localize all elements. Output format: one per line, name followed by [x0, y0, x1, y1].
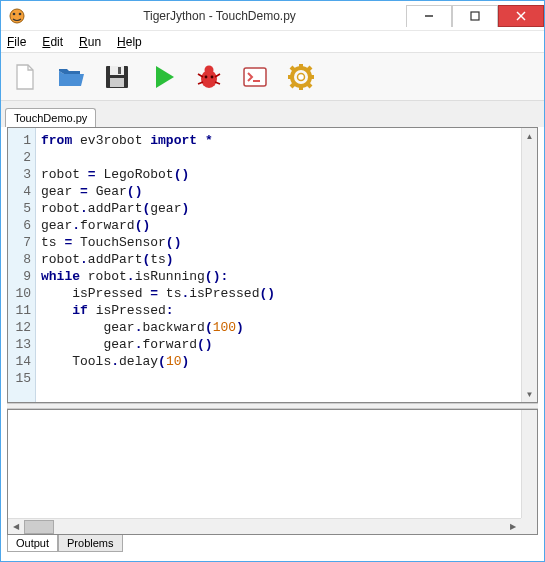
svg-point-18 — [211, 75, 214, 78]
run-button[interactable] — [145, 59, 181, 95]
menu-file[interactable]: File — [7, 35, 34, 49]
tab-problems[interactable]: Problems — [58, 535, 122, 552]
svg-rect-9 — [118, 67, 121, 74]
bug-icon — [194, 62, 224, 92]
line-gutter: 123456789101112131415 — [8, 128, 36, 402]
svg-point-1 — [13, 12, 16, 15]
menu-help[interactable]: Help — [117, 35, 150, 49]
gear-icon — [286, 62, 316, 92]
scroll-corner — [521, 518, 537, 534]
output-area[interactable]: ◀ ▶ — [7, 409, 538, 535]
svg-point-2 — [19, 12, 22, 15]
app-window: TigerJython - TouchDemo.py File Edit Run… — [0, 0, 545, 562]
svg-point-17 — [205, 75, 208, 78]
svg-line-30 — [291, 84, 294, 87]
settings-button[interactable] — [283, 59, 319, 95]
bottom-tab-bar: Output Problems — [7, 535, 538, 557]
close-button[interactable] — [498, 5, 544, 27]
code-editor[interactable]: 123456789101112131415 from ev3robot impo… — [7, 127, 538, 403]
scroll-left-icon[interactable]: ◀ — [8, 519, 24, 535]
svg-line-28 — [308, 84, 311, 87]
svg-rect-4 — [471, 12, 479, 20]
svg-rect-10 — [110, 78, 124, 87]
titlebar: TigerJython - TouchDemo.py — [1, 1, 544, 31]
minimize-button[interactable] — [406, 5, 452, 27]
svg-rect-19 — [244, 68, 266, 86]
file-tab-bar: TouchDemo.py — [1, 101, 544, 127]
svg-point-22 — [298, 73, 305, 80]
save-icon — [102, 62, 132, 92]
menu-edit[interactable]: Edit — [42, 35, 71, 49]
menu-bar: File Edit Run Help — [1, 31, 544, 53]
window-title: TigerJython - TouchDemo.py — [33, 9, 406, 23]
file-tab[interactable]: TouchDemo.py — [5, 108, 96, 127]
scroll-down-icon[interactable]: ▼ — [522, 386, 537, 402]
output-vscrollbar[interactable] — [521, 410, 537, 518]
new-file-button[interactable] — [7, 59, 43, 95]
scroll-up-icon[interactable]: ▲ — [522, 128, 537, 144]
editor-scrollbar[interactable]: ▲ ▼ — [521, 128, 537, 402]
menu-run[interactable]: Run — [79, 35, 109, 49]
tab-output[interactable]: Output — [7, 535, 58, 552]
svg-rect-8 — [110, 66, 124, 75]
maximize-button[interactable] — [452, 5, 498, 27]
output-hscrollbar[interactable]: ◀ ▶ — [8, 518, 521, 534]
output-panel: ◀ ▶ Output Problems — [7, 409, 538, 557]
save-button[interactable] — [99, 59, 135, 95]
code-area[interactable]: from ev3robot import * robot = LegoRobot… — [36, 128, 521, 402]
play-icon — [148, 62, 178, 92]
scroll-right-icon[interactable]: ▶ — [505, 519, 521, 535]
toolbar — [1, 53, 544, 101]
scroll-thumb[interactable] — [24, 520, 54, 534]
new-file-icon — [10, 62, 40, 92]
app-icon — [7, 6, 27, 26]
open-folder-icon — [56, 62, 86, 92]
svg-line-29 — [308, 67, 311, 70]
svg-line-27 — [291, 67, 294, 70]
footer — [1, 557, 544, 561]
terminal-button[interactable] — [237, 59, 273, 95]
debug-button[interactable] — [191, 59, 227, 95]
terminal-icon — [240, 62, 270, 92]
svg-point-12 — [205, 65, 214, 74]
window-controls — [406, 5, 544, 27]
open-file-button[interactable] — [53, 59, 89, 95]
